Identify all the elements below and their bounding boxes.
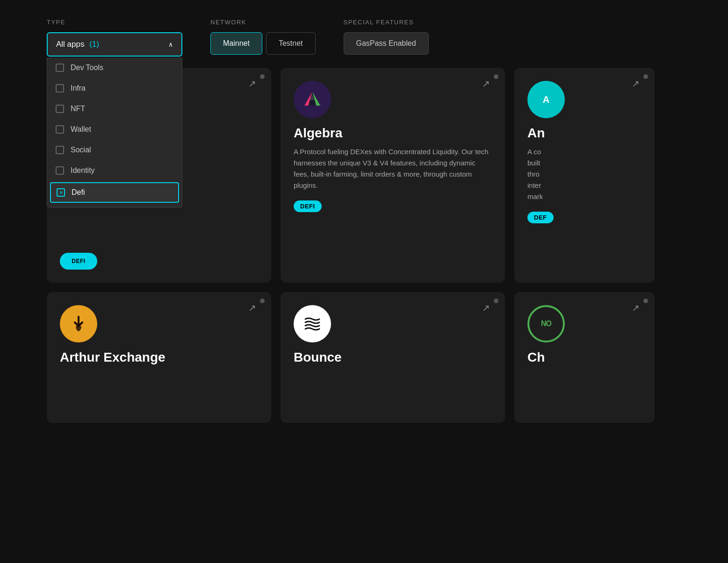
dropdown-count: (1): [89, 40, 99, 49]
card-arthur-link-icon[interactable]: ↗: [248, 302, 256, 314]
dropdown-item-label: Wallet: [71, 125, 91, 134]
dropdown-selected-label: All apps (1): [56, 40, 99, 49]
bottom-cards-row: ↗ Arthur Exchange ↗: [47, 292, 728, 423]
algebra-description: A Protocol fueling DEXes with Concentrat…: [294, 146, 492, 191]
checkbox-nft: [56, 105, 64, 113]
partial-logo: A: [527, 81, 565, 118]
checkbox-wallet: [56, 125, 64, 134]
dropdown-item-data-service[interactable]: Data Service: [47, 204, 182, 207]
dropdown-item-infra[interactable]: Infra: [47, 78, 182, 99]
type-dropdown-wrapper: All apps (1) ∧ Dev Tools In: [47, 32, 182, 57]
dropdown-scroll-area: Dev Tools Infra NFT: [47, 57, 182, 207]
algebra-tag: DEFI: [294, 200, 322, 212]
dropdown-item-social[interactable]: Social: [47, 140, 182, 160]
ch-partial-title: Ch: [527, 350, 642, 365]
card-ch-partial: ↗ NO Ch: [514, 292, 655, 423]
dropdown-item-label: Defi: [72, 188, 85, 197]
card-partial-link-icon[interactable]: ↗: [632, 78, 640, 89]
card-partial-third: ↗ A An A cobuiltthrointermark DEF: [514, 68, 655, 283]
gaspass-button[interactable]: GasPass Enabled: [344, 32, 429, 55]
partial-card-desc: A cobuiltthrointermark: [527, 146, 642, 202]
bounce-logo: [294, 305, 331, 342]
testnet-button[interactable]: Testnet: [266, 32, 316, 55]
checkbox-infra: [56, 84, 64, 93]
bounce-title: Bounce: [294, 350, 492, 365]
partial-card-tag: DEF: [527, 212, 554, 223]
card-bounce: ↗ Bounce: [281, 292, 505, 423]
checkbox-dev-tools: [56, 64, 64, 72]
card-bounce-link-icon[interactable]: ↗: [482, 302, 490, 314]
card-corner-dot: [494, 299, 498, 303]
partial-card-title: An: [527, 126, 642, 141]
card-ch-link-icon[interactable]: ↗: [632, 302, 640, 314]
card-corner-dot: [643, 299, 648, 303]
card-corner-dot: [494, 74, 498, 79]
card-link-icon[interactable]: ↗: [248, 78, 256, 89]
dropdown-item-wallet[interactable]: Wallet: [47, 119, 182, 140]
card-corner-dot: [260, 299, 265, 303]
dropdown-item-dev-tools[interactable]: Dev Tools: [47, 57, 182, 78]
svg-point-9: [299, 311, 325, 337]
mainnet-button[interactable]: Mainnet: [210, 32, 262, 55]
dropdown-item-defi[interactable]: Defi: [50, 182, 179, 203]
dropdown-item-identity[interactable]: Identity: [47, 160, 182, 181]
arthur-logo: [60, 305, 97, 342]
dropdown-item-label: Social: [71, 146, 91, 154]
checkbox-social: [56, 146, 64, 154]
checkbox-defi: [57, 188, 65, 197]
card-algebra: ↗ Algebra A Pro: [281, 68, 505, 283]
ch-partial-logo: NO: [527, 305, 565, 342]
dropdown-item-label: Identity: [71, 166, 95, 175]
algebra-logo: [294, 81, 331, 118]
special-features-label: SPECIAL FEATURES: [344, 19, 429, 26]
card-corner-dot: [260, 74, 265, 79]
card-arthur-exchange: ↗ Arthur Exchange: [47, 292, 271, 423]
chevron-up-icon: ∧: [168, 41, 173, 48]
type-dropdown-menu: Dev Tools Infra NFT: [47, 57, 182, 207]
type-filter-label: TYPE: [47, 19, 182, 26]
dropdown-item-label: Dev Tools: [71, 64, 103, 72]
card-algebra-link-icon[interactable]: ↗: [482, 78, 490, 89]
type-dropdown-trigger[interactable]: All apps (1) ∧: [47, 32, 182, 57]
card-corner-dot: [643, 74, 648, 79]
checkbox-identity: [56, 166, 64, 175]
dropdown-item-label: NFT: [71, 105, 85, 113]
network-button-group: Mainnet Testnet: [210, 32, 316, 55]
dropdown-item-label: Infra: [71, 84, 86, 93]
svg-text:A: A: [543, 94, 549, 105]
dropdown-item-nft[interactable]: NFT: [47, 99, 182, 119]
arthur-title: Arthur Exchange: [60, 350, 258, 365]
network-filter-label: NETWORK: [210, 19, 316, 26]
algebra-title: Algebra: [294, 126, 492, 141]
